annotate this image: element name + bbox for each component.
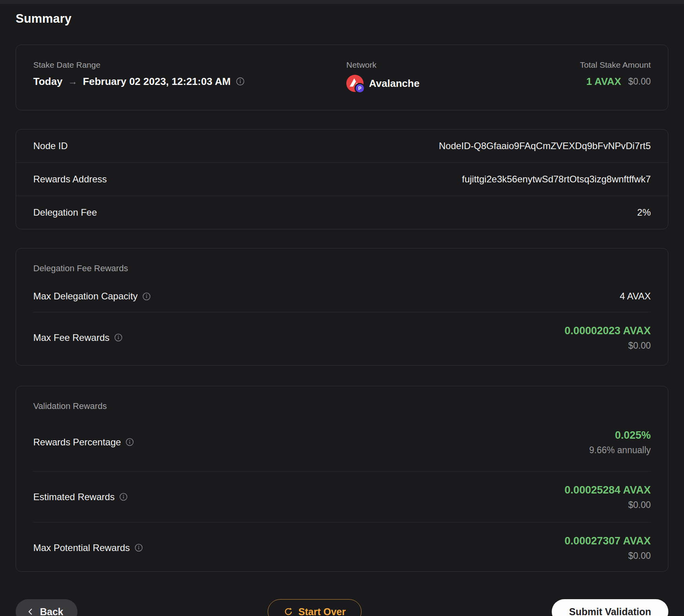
submit-validation-button-label: Submit Validation [569, 606, 651, 616]
info-icon[interactable] [135, 544, 143, 552]
summary-page: Summary Stake Date Range Today → Februar… [0, 10, 684, 616]
rewards-percentage-text: Rewards Percentage [33, 437, 121, 448]
validation-rewards-card: Validation Rewards Rewards Percentage 0.… [16, 386, 668, 572]
rewards-address-value: fujittgi2e3k56enytwSd78rtOtsq3izg8wnftff… [462, 174, 651, 185]
start-over-button-label: Start Over [299, 606, 346, 616]
max-delegation-capacity-text: Max Delegation Capacity [33, 291, 138, 302]
rewards-percentage-annual: 9.66% annually [589, 445, 651, 456]
validation-rewards-title: Validation Rewards [16, 386, 668, 411]
node-id-label: Node ID [33, 140, 68, 151]
estimated-rewards-text: Estimated Rewards [33, 492, 115, 503]
info-icon[interactable] [236, 77, 245, 86]
network-value: P Avalanche [346, 75, 495, 92]
table-row-node-id: Node ID NodeID-Q8Gfaaio9FAqCmZVEXDq9bFvN… [16, 130, 668, 162]
max-potential-rewards-label: Max Potential Rewards [33, 542, 143, 553]
table-row-delegation-fee: Delegation Fee 2% [16, 196, 668, 229]
refresh-icon [284, 607, 293, 616]
estimated-rewards-label: Estimated Rewards [33, 492, 128, 503]
max-fee-rewards-value-group: 0.00002023 AVAX $0.00 [565, 324, 651, 351]
total-stake-amount: 1 AVAX [586, 75, 621, 88]
overview-card: Stake Date Range Today → February 02 202… [16, 45, 668, 110]
arrow-right-icon: → [68, 75, 77, 88]
rewards-address-label: Rewards Address [33, 174, 107, 185]
estimated-rewards-value-group: 0.00025284 AVAX $0.00 [565, 483, 651, 510]
info-icon[interactable] [142, 292, 151, 301]
node-id-value: NodeID-Q8Gfaaio9FAqCmZVEXDq9bFvNPvDi7rt5 [439, 140, 651, 151]
chevron-left-icon [27, 608, 34, 616]
back-button[interactable]: Back [16, 599, 77, 616]
rewards-percentage-value: 0.025% [615, 429, 651, 442]
start-over-button[interactable]: Start Over [268, 599, 362, 616]
estimated-rewards-value: 0.00025284 AVAX [565, 483, 651, 497]
node-details-card: Node ID NodeID-Q8Gfaaio9FAqCmZVEXDq9bFvN… [16, 129, 668, 229]
stake-date-range-section: Stake Date Range Today → February 02 202… [33, 60, 346, 92]
footer-actions: Back Start Over Submit Validation [16, 599, 668, 616]
delegation-fee-rewards-title: Delegation Fee Rewards [16, 249, 668, 274]
delegation-fee-value: 2% [637, 207, 651, 218]
max-potential-rewards-value: 0.00027307 AVAX [565, 534, 651, 548]
total-stake-section: Total Stake Amount 1 AVAX $0.00 [495, 60, 651, 92]
date-from: Today [33, 75, 63, 88]
max-delegation-capacity-row: Max Delegation Capacity 4 AVAX [33, 274, 651, 312]
total-stake-label: Total Stake Amount [495, 60, 651, 70]
p-chain-badge: P [355, 83, 365, 94]
max-delegation-capacity-label: Max Delegation Capacity [33, 291, 151, 302]
back-button-label: Back [40, 606, 63, 616]
info-icon[interactable] [119, 493, 128, 501]
avalanche-logo-icon: P [346, 75, 364, 92]
date-to: February 02 2023, 12:21:03 AM [83, 75, 231, 88]
rewards-percentage-row: Rewards Percentage 0.025% 9.66% annually [33, 411, 651, 471]
max-potential-rewards-row: Max Potential Rewards 0.00027307 AVAX $0… [33, 522, 651, 571]
rewards-percentage-value-group: 0.025% 9.66% annually [589, 429, 651, 456]
top-edge-strip [0, 0, 684, 4]
max-potential-rewards-value-group: 0.00027307 AVAX $0.00 [565, 534, 651, 561]
network-name: Avalanche [369, 77, 419, 90]
info-icon[interactable] [126, 438, 134, 446]
info-icon[interactable] [114, 333, 122, 342]
total-stake-value: 1 AVAX $0.00 [495, 75, 651, 88]
max-fee-rewards-value: 0.00002023 AVAX [565, 324, 651, 337]
submit-validation-button[interactable]: Submit Validation [552, 599, 668, 616]
max-potential-rewards-usd: $0.00 [628, 550, 651, 561]
delegation-fee-label: Delegation Fee [33, 207, 97, 218]
estimated-rewards-row: Estimated Rewards 0.00025284 AVAX $0.00 [33, 471, 651, 522]
rewards-percentage-label: Rewards Percentage [33, 437, 134, 448]
max-fee-rewards-label: Max Fee Rewards [33, 332, 122, 343]
page-title: Summary [16, 10, 668, 27]
stake-date-range-label: Stake Date Range [33, 60, 346, 70]
max-delegation-capacity-value: 4 AVAX [620, 291, 651, 302]
max-fee-rewards-text: Max Fee Rewards [33, 332, 110, 343]
total-stake-usd: $0.00 [628, 75, 651, 88]
table-row-rewards-address: Rewards Address fujittgi2e3k56enytwSd78r… [16, 162, 668, 196]
network-label: Network [346, 60, 495, 70]
max-potential-rewards-text: Max Potential Rewards [33, 542, 130, 553]
stake-date-range-value: Today → February 02 2023, 12:21:03 AM [33, 75, 346, 88]
network-section: Network P Avalanche [346, 60, 495, 92]
estimated-rewards-usd: $0.00 [628, 499, 651, 510]
delegation-fee-rewards-card: Delegation Fee Rewards Max Delegation Ca… [16, 248, 668, 366]
max-fee-rewards-row: Max Fee Rewards 0.00002023 AVAX $0.00 [33, 312, 651, 363]
max-fee-rewards-usd: $0.00 [628, 340, 651, 351]
